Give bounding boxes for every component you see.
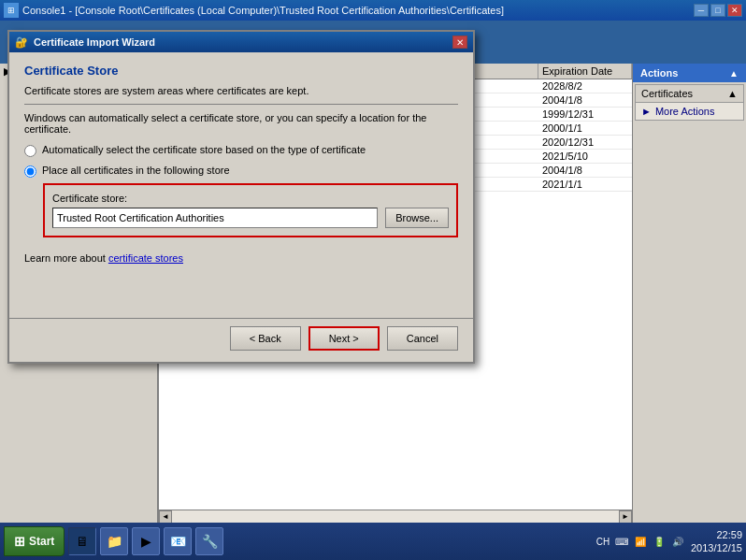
next-button[interactable]: Next > <box>308 326 380 351</box>
radio-auto-label: Automatically select the certificate sto… <box>42 144 366 155</box>
scroll-right-btn[interactable]: ► <box>619 510 632 524</box>
cert-store-input[interactable] <box>52 208 378 228</box>
learn-more-link[interactable]: certificate stores <box>108 252 183 264</box>
actions-collapse-btn[interactable]: ▲ <box>729 68 739 79</box>
cert-date-6: 2021/5/10 <box>538 150 632 163</box>
mmc-title-bar: ⊞ Console1 - [Console Root\Certificates … <box>0 0 746 21</box>
more-actions-link[interactable]: ► More Actions <box>636 103 743 120</box>
col-expiration: Expiration Date <box>538 64 632 79</box>
clock-date: 2013/12/15 <box>691 541 742 554</box>
taskbar-icon-1[interactable]: 🖥 <box>68 527 96 555</box>
actions-label: Actions <box>640 67 678 79</box>
taskbar-icon-4[interactable]: 📧 <box>164 527 192 555</box>
learn-more-text: Learn more about <box>24 252 108 264</box>
back-button[interactable]: < Back <box>230 326 301 351</box>
certificates-section-header[interactable]: Certificates ▲ <box>636 85 743 103</box>
learn-more-area: Learn more about certificate stores <box>24 252 458 309</box>
maximize-button[interactable]: □ <box>710 4 725 17</box>
dialog-title-text: Certificate Import Wizard <box>34 36 155 48</box>
dialog-description-2: Windows can automatically select a certi… <box>24 112 458 135</box>
right-panel: Actions ▲ Certificates ▲ ► More Actions <box>632 64 746 523</box>
more-actions-arrow-icon: ► <box>641 106 652 117</box>
dialog-description-1: Certificate stores are system areas wher… <box>24 85 458 96</box>
actions-header: Actions ▲ <box>633 64 746 82</box>
browse-button[interactable]: Browse... <box>385 208 449 228</box>
start-button[interactable]: ⊞ Start <box>4 526 65 556</box>
cancel-button[interactable]: Cancel <box>387 326 458 351</box>
tray-network-icon: 📶 <box>633 534 648 549</box>
cert-store-label: Certificate store: <box>52 193 449 204</box>
radio-option-auto[interactable]: Automatically select the certificate sto… <box>24 144 458 157</box>
dialog-separator-1 <box>24 104 458 105</box>
cert-date-4: 2000/1/1 <box>538 122 632 135</box>
minimize-button[interactable]: ─ <box>694 4 709 17</box>
scroll-left-btn[interactable]: ◄ <box>159 510 172 524</box>
dialog-body: Certificate Store Certificate stores are… <box>9 52 473 252</box>
dialog-buttons: < Back Next > Cancel <box>9 318 473 362</box>
taskbar-icon-2[interactable]: 📁 <box>100 527 128 555</box>
dialog-title-bar: 🔐 Certificate Import Wizard ✕ <box>9 32 473 52</box>
cert-date-2: 2004/1/8 <box>538 93 632 107</box>
cert-date-8: 2021/1/1 <box>538 178 632 191</box>
tray-lang-icon: CH <box>595 534 610 549</box>
cert-store-box: Certificate store: Browse... <box>43 183 458 237</box>
radio-auto-input[interactable] <box>24 145 36 157</box>
cert-date-5: 2020/12/31 <box>538 136 632 149</box>
dialog-icon: 🔐 <box>15 36 28 49</box>
radio-place-label: Place all certificates in the following … <box>42 165 230 176</box>
taskbar-right: CH ⌨ 📶 🔋 🔊 22:59 2013/12/15 <box>595 528 742 555</box>
system-tray: CH ⌨ 📶 🔋 🔊 <box>595 534 685 549</box>
mmc-title-text: Console1 - [Console Root\Certificates (L… <box>22 5 694 16</box>
cert-store-row: Browse... <box>52 208 449 228</box>
radio-place-input[interactable] <box>24 165 36 178</box>
horizontal-scrollbar[interactable]: ◄ ► <box>159 510 632 523</box>
windows-logo-icon: ⊞ <box>14 534 25 549</box>
close-button[interactable]: ✕ <box>727 4 742 17</box>
mmc-window-controls: ─ □ ✕ <box>694 4 742 17</box>
cert-date-7: 2004/1/8 <box>538 164 632 177</box>
tray-kb-icon: ⌨ <box>614 534 629 549</box>
clock-area: 22:59 2013/12/15 <box>691 528 742 555</box>
section-expand-icon: ▲ <box>727 88 738 99</box>
dialog-close-button[interactable]: ✕ <box>452 36 467 49</box>
more-actions-label: More Actions <box>655 106 715 117</box>
tray-power-icon: 🔋 <box>652 534 667 549</box>
radio-option-place[interactable]: Place all certificates in the following … <box>24 165 458 178</box>
cert-date-1: 2028/8/2 <box>538 79 632 93</box>
taskbar-icon-5[interactable]: 🔧 <box>195 527 223 555</box>
taskbar-icon-3[interactable]: ▶ <box>132 527 160 555</box>
mmc-icon: ⊞ <box>4 3 19 18</box>
right-panel-section: Certificates ▲ ► More Actions <box>635 84 744 121</box>
clock-time: 22:59 <box>691 528 742 541</box>
dialog-section-title: Certificate Store <box>24 64 458 78</box>
tray-audio-icon: 🔊 <box>670 534 685 549</box>
taskbar: ⊞ Start 🖥 📁 ▶ 📧 🔧 CH ⌨ 📶 🔋 🔊 22:59 2013/… <box>0 523 746 560</box>
certificate-import-dialog: 🔐 Certificate Import Wizard ✕ Certificat… <box>7 30 475 364</box>
certificates-section-label: Certificates <box>641 88 693 99</box>
scroll-track-h[interactable] <box>172 510 619 523</box>
start-label: Start <box>29 535 54 548</box>
cert-date-3: 1999/12/31 <box>538 108 632 121</box>
